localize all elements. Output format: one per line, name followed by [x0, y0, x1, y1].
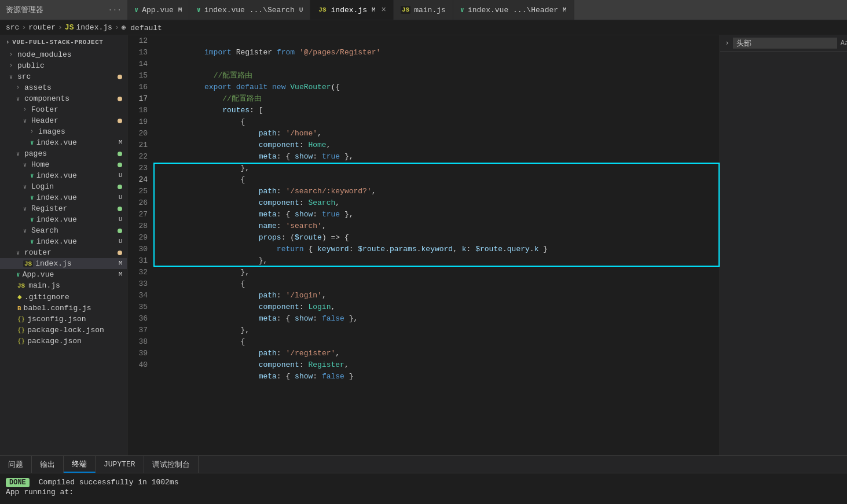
- tab-close-icon[interactable]: ×: [382, 5, 386, 14]
- tab-output[interactable]: 输出: [32, 456, 64, 473]
- breadcrumb-js-icon: JS: [65, 23, 74, 32]
- line-num: 37: [133, 325, 148, 336]
- file-label: .gitignore: [24, 293, 69, 301]
- file-label: index.vue: [36, 215, 77, 224]
- tab-app-vue[interactable]: ∨ App.vue M: [127, 0, 189, 20]
- sidebar-header[interactable]: › VUE-FULL-STACK-PROJECT: [0, 35, 127, 49]
- sidebar-item-package[interactable]: {} package.json: [0, 336, 127, 347]
- line-numbers: 12 13 14 15 16 17 18 19 20 21 22 23 24 2…: [127, 35, 153, 455]
- folder-label: components: [24, 94, 69, 103]
- sidebar-item-appvue[interactable]: ∨ App.vue M: [0, 269, 127, 280]
- file-icon: {}: [17, 316, 25, 323]
- tab-main-js[interactable]: JS main.js: [394, 0, 453, 20]
- tab-badge: M: [563, 6, 567, 13]
- right-panel-header: › Aa ab .* ×: [720, 35, 847, 51]
- js-icon: JS: [317, 6, 327, 14]
- sidebar-item-header-images[interactable]: › images: [0, 126, 127, 137]
- sidebar: › VUE-FULL-STACK-PROJECT › node_modules …: [0, 35, 127, 455]
- sidebar-item-packagelock[interactable]: {} package-lock.json: [0, 325, 127, 336]
- tab-label: App.vue: [142, 6, 174, 14]
- right-panel: › Aa ab .* ×: [720, 35, 847, 455]
- tab-label: JUPYTER: [104, 460, 135, 469]
- line-num: 21: [133, 139, 148, 151]
- sidebar-item-jsconfig[interactable]: {} jsconfig.json: [0, 314, 127, 325]
- tab-badge: M: [178, 6, 182, 13]
- modified-dot: [118, 163, 122, 167]
- file-badge: U: [119, 216, 122, 223]
- breadcrumb-router[interactable]: router: [28, 23, 56, 32]
- arrow-icon: ∨: [23, 205, 29, 212]
- ellipsis-menu[interactable]: ···: [108, 6, 122, 14]
- modified-dot: [118, 207, 122, 211]
- file-badge: M: [119, 139, 122, 146]
- sidebar-item-home[interactable]: ∨ Home: [0, 159, 127, 170]
- folder-label: router: [24, 248, 52, 257]
- sidebar-item-header[interactable]: ∨ Header: [0, 115, 127, 126]
- tab-index-vue-search[interactable]: ∨ index.vue ...\Search U: [189, 0, 310, 20]
- line-num: 13: [133, 47, 148, 58]
- match-case-icon[interactable]: Aa: [841, 39, 847, 47]
- arrow-icon: ∨: [9, 73, 15, 80]
- sidebar-item-mainjs[interactable]: JS main.js: [0, 280, 127, 291]
- title-bar: 资源管理器 ··· ∨ App.vue M ∨ index.vue ...\Se…: [0, 0, 847, 20]
- sidebar-item-assets[interactable]: › assets: [0, 82, 127, 93]
- main-layout: › VUE-FULL-STACK-PROJECT › node_modules …: [0, 35, 847, 455]
- tab-terminal[interactable]: 终端: [64, 456, 96, 473]
- tab-label: index.vue ...\Header: [468, 6, 558, 14]
- tab-index-js[interactable]: JS index.js M ×: [310, 0, 394, 20]
- find-in-file-input[interactable]: [733, 38, 837, 49]
- tab-debug-console[interactable]: 调试控制台: [144, 456, 199, 473]
- file-badge: U: [119, 238, 122, 245]
- sidebar-item-register-index[interactable]: ∨ index.vue U: [0, 214, 127, 225]
- sidebar-item-components[interactable]: ∨ components: [0, 93, 127, 104]
- tab-label: main.js: [414, 6, 446, 14]
- sidebar-item-footer[interactable]: › Footer: [0, 104, 127, 115]
- code-content[interactable]: import Register from '@/pages/Register' …: [153, 35, 720, 455]
- file-icon: {}: [17, 338, 25, 345]
- sidebar-item-indexjs[interactable]: JS index.js M: [0, 258, 127, 269]
- code-container[interactable]: 12 13 14 15 16 17 18 19 20 21 22 23 24 2…: [127, 35, 720, 455]
- sidebar-item-home-index[interactable]: ∨ index.vue U: [0, 170, 127, 181]
- sidebar-item-public[interactable]: › public: [0, 60, 127, 71]
- file-label: index.js: [35, 259, 71, 268]
- breadcrumb-indexjs[interactable]: index.js: [76, 23, 112, 32]
- line-num: 39: [133, 348, 148, 359]
- file-icon: {}: [17, 327, 25, 334]
- tab-index-vue-header[interactable]: ∨ index.vue ...\Header M: [453, 0, 574, 20]
- tab-jupyter[interactable]: JUPYTER: [96, 456, 144, 473]
- tab-problems[interactable]: 问题: [0, 456, 32, 473]
- file-badge: U: [119, 194, 122, 201]
- sidebar-item-node-modules[interactable]: › node_modules: [0, 49, 127, 60]
- file-label: jsconfig.json: [27, 315, 86, 323]
- modified-dot: [118, 119, 122, 123]
- sidebar-item-babel[interactable]: B babel.config.js: [0, 303, 127, 314]
- sidebar-item-pages[interactable]: ∨ pages: [0, 148, 127, 159]
- file-badge: M: [119, 271, 122, 278]
- sidebar-item-router[interactable]: ∨ router: [0, 247, 127, 258]
- sidebar-item-login[interactable]: ∨ Login: [0, 181, 127, 192]
- sidebar-item-src[interactable]: ∨ src: [0, 71, 127, 82]
- sidebar-item-register[interactable]: ∨ Register: [0, 203, 127, 214]
- sidebar-item-gitignore[interactable]: ◆ .gitignore: [0, 291, 127, 303]
- folder-label: images: [38, 127, 65, 136]
- chevron-right-icon: ›: [725, 39, 729, 47]
- file-label: main.js: [28, 281, 60, 290]
- line-num: 17: [133, 93, 148, 105]
- tab-badge: M: [372, 6, 376, 13]
- sidebar-item-login-index[interactable]: ∨ index.vue U: [0, 192, 127, 203]
- terminal-text: App running at:: [6, 488, 74, 496]
- sidebar-item-search-index[interactable]: ∨ index.vue U: [0, 236, 127, 247]
- sidebar-item-header-indexvue[interactable]: ∨ index.vue M: [0, 137, 127, 148]
- breadcrumb-src[interactable]: src: [6, 23, 19, 32]
- vue-icon: ∨: [460, 6, 464, 14]
- arrow-icon: ∨: [23, 227, 29, 234]
- arrow-icon: ∨: [16, 150, 22, 157]
- vue-icon: ∨: [134, 6, 138, 14]
- sidebar-item-search[interactable]: ∨ Search: [0, 225, 127, 236]
- done-badge: DONE: [6, 478, 30, 487]
- modified-dot: [118, 152, 122, 156]
- line-num: 33: [133, 278, 148, 290]
- line-num: 23: [133, 163, 148, 174]
- breadcrumb: src › router › JS index.js › ⊕ default: [0, 20, 847, 35]
- breadcrumb-default[interactable]: ⊕ default: [122, 23, 162, 32]
